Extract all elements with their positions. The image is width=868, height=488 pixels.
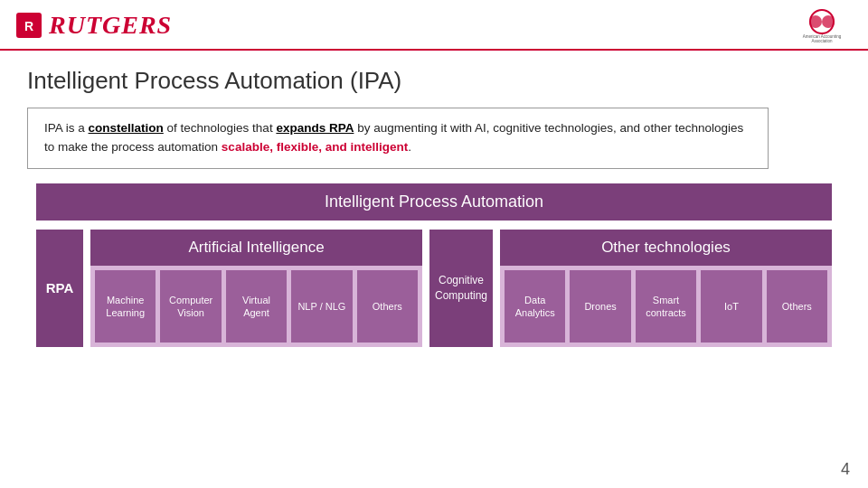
ai-subcol-machine-learning: Machine Learning: [95, 270, 156, 343]
rpa-column: RPA: [36, 230, 83, 347]
page-title: Intelligent Process Automation (IPA): [27, 67, 841, 95]
aaa-logo-icon: American Accounting Association: [790, 7, 854, 43]
other-subcol-label: Others: [782, 300, 812, 313]
rpa-label: RPA: [46, 280, 74, 296]
info-text-end: .: [408, 140, 411, 154]
cognitive-label: Cognitive Computing: [433, 273, 489, 304]
svg-point-3: [809, 15, 822, 28]
other-technologies-column: Other technologies Data Analytics Drones…: [500, 230, 832, 347]
rutgers-shield-icon: R: [14, 11, 43, 40]
ipa-top-bar: Intelligent Process Automation: [36, 183, 832, 221]
page-number: 4: [841, 460, 850, 479]
svg-text:R: R: [24, 19, 33, 33]
ai-subcols: Machine Learning Computer Vision Virtual…: [90, 266, 422, 347]
other-subcol-smart-contracts: Smart contracts: [636, 270, 696, 343]
info-text-before-constellation: IPA is a: [44, 121, 89, 135]
info-scalable: scalable, flexible, and intelligent: [222, 140, 408, 154]
other-subcol-label: IoT: [724, 300, 739, 313]
ai-subcol-virtual-agent: Virtual Agent: [226, 270, 287, 343]
other-subcol-others: Others: [767, 270, 827, 343]
other-subcol-drones: Drones: [570, 270, 630, 343]
ai-subcol-nlp: NLP / NLG: [291, 270, 352, 343]
info-rpa: expands RPA: [276, 121, 354, 135]
cognitive-column: Cognitive Computing: [429, 230, 493, 347]
info-box: IPA is a constellation of technologies t…: [27, 108, 769, 169]
other-subcol-label: Drones: [584, 300, 616, 313]
main-content: Intelligent Process Automation (IPA) IPA…: [0, 51, 868, 363]
ai-column: Artificial Intelligence Machine Learning…: [90, 230, 422, 347]
ai-subcol-others: Others: [357, 270, 418, 343]
ipa-diagram: Intelligent Process Automation RPA Artif…: [36, 183, 832, 347]
rutgers-logo: R RUTGERS: [14, 11, 172, 40]
rutgers-wordmark: RUTGERS: [49, 11, 172, 40]
other-header: Other technologies: [500, 230, 832, 266]
ai-subcol-computer-vision: Computer Vision: [160, 270, 221, 343]
header: R RUTGERS American Accounting Associatio…: [0, 0, 868, 51]
svg-point-4: [822, 15, 835, 28]
columns-row: RPA Artificial Intelligence Machine Lear…: [36, 230, 832, 347]
ai-subcol-label: Virtual Agent: [231, 294, 282, 320]
ai-subcol-label: Machine Learning: [99, 294, 151, 320]
other-subcol-iot: IoT: [701, 270, 761, 343]
info-constellation: constellation: [89, 121, 164, 135]
ai-subcol-label: Computer Vision: [165, 294, 216, 320]
svg-text:Association: Association: [811, 39, 833, 43]
ai-subcol-label: NLP / NLG: [297, 300, 345, 313]
other-subcol-label: Smart contracts: [640, 294, 692, 320]
other-subcol-label: Data Analytics: [509, 294, 561, 320]
other-subcols: Data Analytics Drones Smart contracts Io…: [500, 266, 832, 347]
ai-subcol-label: Others: [373, 300, 402, 313]
ai-header: Artificial Intelligence: [90, 230, 422, 266]
info-text-after-constellation: of technologies that: [164, 121, 277, 135]
other-subcol-data-analytics: Data Analytics: [505, 270, 565, 343]
